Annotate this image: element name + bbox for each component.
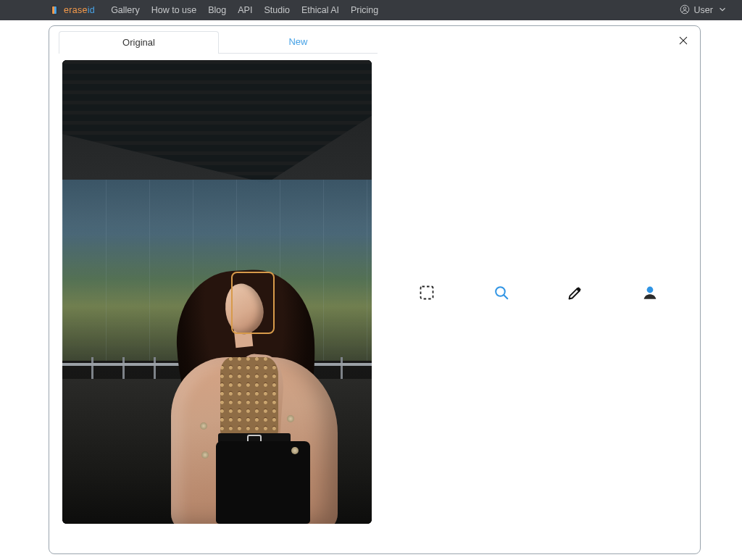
pencil-icon [567, 284, 584, 304]
editor-card: Original New [49, 25, 701, 554]
close-icon [678, 36, 689, 49]
tab-new[interactable]: New [219, 31, 378, 54]
original-photo [62, 60, 372, 524]
tool-selection[interactable] [416, 283, 438, 305]
person-icon [641, 284, 659, 304]
brand-text: eraseid [64, 5, 95, 15]
user-menu-label: User [694, 5, 713, 15]
user-circle-icon [680, 4, 690, 17]
nav-link-ethical-ai[interactable]: Ethical AI [301, 5, 339, 15]
nav-link-pricing[interactable]: Pricing [351, 5, 378, 15]
nav-link-api[interactable]: API [238, 5, 252, 15]
user-menu[interactable]: User [680, 4, 728, 17]
nav-link-studio[interactable]: Studio [264, 5, 289, 15]
close-button[interactable] [678, 35, 689, 46]
nav-link-gallery[interactable]: Gallery [111, 5, 140, 15]
selection-dashed-icon [418, 284, 435, 304]
tool-person[interactable] [639, 283, 661, 305]
brand-logo-icon [49, 5, 59, 15]
brand[interactable]: eraseid [49, 5, 95, 15]
tabs: Original New [59, 31, 378, 54]
brand-text-id: id [88, 5, 95, 15]
caret-down-icon [717, 4, 728, 17]
svg-rect-3 [421, 287, 433, 299]
svg-point-5 [646, 287, 653, 293]
brand-text-erase: erase [64, 5, 88, 15]
nav-link-how-to-use[interactable]: How to use [151, 5, 197, 15]
tab-original[interactable]: Original [59, 31, 219, 54]
tool-row [390, 272, 687, 316]
svg-point-2 [683, 7, 686, 9]
nav-link-blog[interactable]: Blog [208, 5, 226, 15]
nav-left: eraseid Gallery How to use Blog API Stud… [49, 5, 378, 15]
image-viewport [62, 60, 372, 524]
tool-search[interactable] [491, 283, 512, 305]
top-navbar: eraseid Gallery How to use Blog API Stud… [0, 0, 742, 20]
magnifier-icon [493, 284, 510, 304]
tool-edit[interactable] [564, 283, 586, 305]
